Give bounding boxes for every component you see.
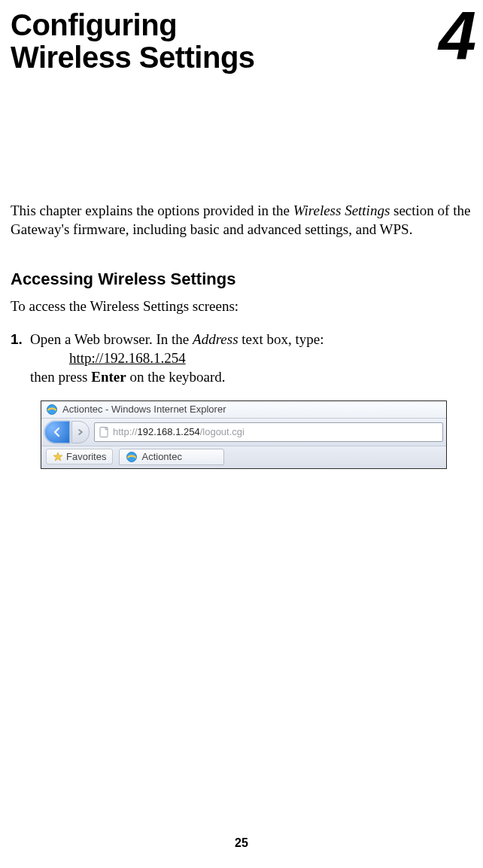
url-dark: 192.168.1.254 xyxy=(138,426,200,437)
chapter-title: Configuring Wireless Settings xyxy=(11,9,255,74)
chapter-title-line2: Wireless Settings xyxy=(11,41,255,74)
chapter-number: 4 xyxy=(439,9,474,63)
page-number: 25 xyxy=(0,836,483,850)
browser-title-text: Actiontec - Windows Internet Explorer xyxy=(62,404,226,415)
step-post-pre: then press xyxy=(30,369,91,385)
url-grey-post: /logout.cgi xyxy=(200,426,245,437)
browser-screenshot: Actiontec - Windows Internet Explorer ht… xyxy=(41,400,447,469)
step-pre: Open a Web browser. In the xyxy=(30,331,193,347)
chapter-title-line1: Configuring xyxy=(11,8,177,41)
step-post-bold: Enter xyxy=(91,369,126,385)
favorites-button[interactable]: Favorites xyxy=(46,449,113,464)
intro-paragraph: This chapter explains the options provid… xyxy=(11,202,483,239)
browser-titlebar: Actiontec - Windows Internet Explorer xyxy=(41,401,446,419)
browser-nav-row: http://192.168.1.254/logout.cgi xyxy=(41,419,446,446)
step-1: 1. Open a Web browser. In the Address te… xyxy=(11,330,483,387)
browser-favorites-row: Favorites Actiontec xyxy=(41,446,446,468)
intro-italic: Wireless Settings xyxy=(293,203,390,218)
ie-icon xyxy=(46,404,58,416)
step-url: http://192.168.1.254 xyxy=(69,349,186,367)
favorites-label: Favorites xyxy=(66,451,106,462)
step-number: 1. xyxy=(11,330,30,387)
step-body: Open a Web browser. In the Address text … xyxy=(30,330,483,387)
section-heading: Accessing Wireless Settings xyxy=(11,270,483,289)
url-grey-pre: http:// xyxy=(113,426,138,437)
chapter-header: Configuring Wireless Settings 4 xyxy=(11,9,483,74)
browser-tab[interactable]: Actiontec xyxy=(119,449,224,465)
ie-icon xyxy=(126,451,138,463)
star-icon xyxy=(53,452,63,462)
forward-button[interactable] xyxy=(71,421,90,443)
back-button[interactable] xyxy=(44,421,70,443)
page-icon xyxy=(98,426,110,438)
step-mid: text box, type: xyxy=(238,331,324,347)
tab-label: Actiontec xyxy=(141,451,181,462)
address-bar[interactable]: http://192.168.1.254/logout.cgi xyxy=(94,422,443,442)
address-text: http://192.168.1.254/logout.cgi xyxy=(113,426,245,437)
intro-pre: This chapter explains the options provid… xyxy=(11,203,293,218)
section-sub: To access the Wireless Settings screens: xyxy=(11,298,483,315)
step-post-after: on the keyboard. xyxy=(126,369,226,385)
step-italic: Address xyxy=(193,331,238,347)
